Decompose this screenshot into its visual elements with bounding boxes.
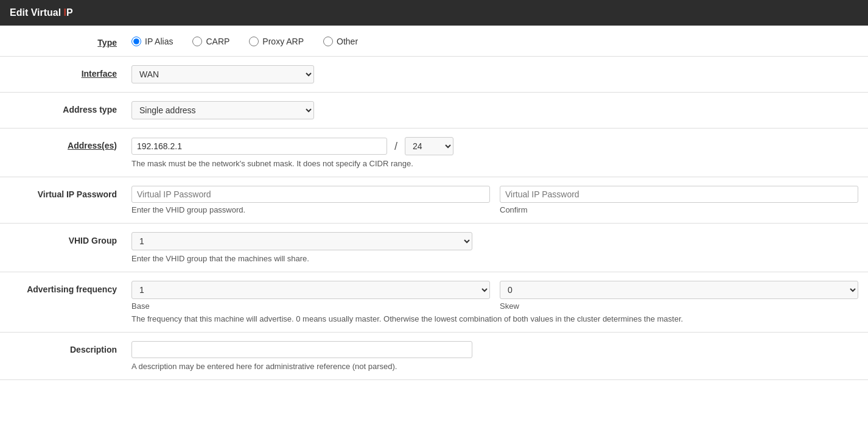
base-select[interactable]: 1 2 3 4 5 — [131, 281, 490, 299]
radio-proxy-arp-input[interactable] — [249, 37, 259, 46]
radio-other-input[interactable] — [323, 37, 333, 46]
addresses-hint: The mask must be the network's subnet ma… — [131, 159, 858, 168]
interface-row: Interface WAN LAN OPT1 — [0, 57, 868, 93]
form-container: Type IP Alias CARP Proxy ARP Other — [0, 26, 868, 380]
vip-password-content: Enter the VHID group password. Confirm — [131, 186, 858, 214]
radio-proxy-arp-label: Proxy ARP — [262, 37, 304, 46]
description-input[interactable] — [131, 341, 472, 358]
description-label: Description — [10, 341, 131, 354]
addresses-row: Address(es) / 8 16 24 25 26 27 28 29 30 … — [0, 129, 868, 177]
address-input-row: / 8 16 24 25 26 27 28 29 30 31 32 — [131, 137, 858, 155]
addresses-label: Address(es) — [10, 137, 131, 150]
radio-carp-label: CARP — [206, 37, 229, 46]
advertising-frequency-row: Advertising frequency 1 2 3 4 5 Base 0 — [0, 272, 868, 333]
advertising-frequency-inputs: 1 2 3 4 5 Base 0 1 2 3 4 5 — [131, 281, 858, 311]
interface-label: Interface — [10, 65, 131, 79]
advertising-frequency-label: Advertising frequency — [10, 281, 131, 294]
vip-password-confirm-hint: Confirm — [500, 205, 858, 214]
type-row: Type IP Alias CARP Proxy ARP Other — [0, 26, 868, 57]
description-hint: A description may be entered here for ad… — [131, 362, 858, 371]
address-type-select[interactable]: Single address Network — [131, 101, 314, 119]
interface-select[interactable]: WAN LAN OPT1 — [131, 65, 314, 83]
vhid-group-content: 1 2 3 4 5 Enter the VHID group that the … — [131, 232, 858, 263]
advertising-frequency-content: 1 2 3 4 5 Base 0 1 2 3 4 5 — [131, 281, 858, 323]
skew-col: 0 1 2 3 4 5 Skew — [500, 281, 858, 311]
title-text: Edit Virtual IP — [10, 7, 73, 18]
title-bar: Edit Virtual IP — [0, 0, 868, 26]
radio-carp-input[interactable] — [192, 37, 202, 46]
vip-password-inputs: Enter the VHID group password. Confirm — [131, 186, 858, 214]
subnet-select[interactable]: 8 16 24 25 26 27 28 29 30 31 32 — [405, 137, 453, 155]
type-content: IP Alias CARP Proxy ARP Other — [131, 34, 858, 46]
vip-password-right: Confirm — [500, 186, 858, 214]
base-col: 1 2 3 4 5 Base — [131, 281, 490, 311]
vip-password-confirm-input[interactable] — [500, 186, 858, 203]
radio-other-label: Other — [337, 37, 358, 46]
description-row: Description A description may be entered… — [0, 333, 868, 380]
radio-ip-alias-input[interactable] — [131, 37, 141, 46]
vip-password-hint: Enter the VHID group password. — [131, 205, 490, 214]
vhid-group-hint: Enter the VHID group that the machines w… — [131, 254, 858, 263]
type-radio-group: IP Alias CARP Proxy ARP Other — [131, 34, 858, 46]
ip-address-input[interactable] — [131, 138, 387, 155]
radio-proxy-arp[interactable]: Proxy ARP — [249, 37, 304, 46]
addresses-content: / 8 16 24 25 26 27 28 29 30 31 32 The ma… — [131, 137, 858, 168]
type-label: Type — [10, 34, 131, 48]
vip-password-label: Virtual IP Password — [10, 186, 131, 199]
interface-content: WAN LAN OPT1 — [131, 65, 858, 83]
advertising-frequency-hint: The frequency that this machine will adv… — [131, 314, 858, 323]
radio-other[interactable]: Other — [323, 37, 358, 46]
base-label: Base — [131, 301, 490, 311]
vhid-group-label: VHID Group — [10, 232, 131, 245]
address-type-label: Address type — [10, 101, 131, 115]
vip-password-input[interactable] — [131, 186, 490, 203]
vhid-group-select[interactable]: 1 2 3 4 5 — [131, 232, 472, 250]
vip-password-row: Virtual IP Password Enter the VHID group… — [0, 177, 868, 224]
slash-separator: / — [392, 140, 400, 153]
address-type-content: Single address Network — [131, 101, 858, 119]
radio-ip-alias-label: IP Alias — [145, 37, 173, 46]
description-content: A description may be entered here for ad… — [131, 341, 858, 371]
radio-ip-alias[interactable]: IP Alias — [131, 37, 173, 46]
skew-select[interactable]: 0 1 2 3 4 5 — [500, 281, 858, 299]
address-type-row: Address type Single address Network — [0, 93, 868, 129]
radio-carp[interactable]: CARP — [192, 37, 229, 46]
vip-password-left: Enter the VHID group password. — [131, 186, 490, 214]
vhid-group-row: VHID Group 1 2 3 4 5 Enter the VHID grou… — [0, 224, 868, 272]
skew-label: Skew — [500, 301, 858, 311]
